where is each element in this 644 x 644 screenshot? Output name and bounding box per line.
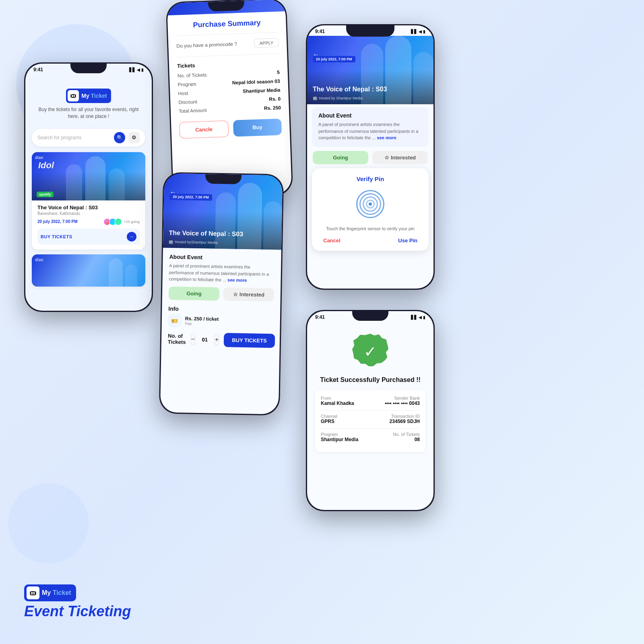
interested-button-4[interactable]: ☆ Interested xyxy=(372,151,428,164)
app-tagline: Buy the tickets for all your favorite ev… xyxy=(33,106,144,120)
event-title-1: The Voice of Nepal : S03 xyxy=(37,204,140,211)
brand-logo-icon: 🎟 xyxy=(27,586,39,599)
phone-purchase-summary: Purchase Summary Do you have a promocode… xyxy=(166,0,293,199)
see-more-3[interactable]: see more xyxy=(227,277,247,283)
buy-button[interactable]: Buy xyxy=(233,119,282,137)
info-section-3: Info 🎫 Rs. 250 / ticket Fair xyxy=(168,305,274,329)
tickets-value: 5 xyxy=(277,70,280,75)
transaction-label: Transaction ID xyxy=(390,414,420,419)
channel-value: GPRS xyxy=(321,419,337,424)
see-more-4[interactable]: see more xyxy=(377,135,396,140)
ps-title: Purchase Summary xyxy=(175,18,278,30)
spotify-badge: spotify xyxy=(37,192,54,197)
cancel-button[interactable]: Cancle xyxy=(179,120,229,138)
performers-3 xyxy=(215,182,283,250)
search-bar[interactable]: Search for programs 🔍 ⚙ xyxy=(32,129,145,147)
phone-verify-pin: 9:41 ▋▋ ◀ ▮ ← 20 july 2022, 7:00 PM The … xyxy=(306,24,435,290)
event-card-1: Idol spotify dian The Voice of Nepal : S… xyxy=(32,152,145,250)
arrow-icon: → xyxy=(127,232,136,242)
ps-promo-row: Do you have a promocode ? APPLY xyxy=(176,38,279,51)
from-value: Kamal Khadka xyxy=(321,400,354,406)
ps-row-tickets: No. of Tickets 5 xyxy=(178,70,280,79)
event-hero-4: ← 20 july 2022, 7:00 PM The Voice of Nep… xyxy=(307,36,433,104)
event-location-1: Baneshwor, Kathmandu xyxy=(37,211,140,216)
ps-actions: Cancle Buy xyxy=(179,119,282,139)
going-button-4[interactable]: Going xyxy=(313,151,368,164)
ps-row-program: Program Nepal Idol season 03 xyxy=(178,78,280,88)
card2-tag: dian xyxy=(35,258,43,262)
about-title-4: About Event xyxy=(318,112,422,119)
about-text-4: A panel of prominent artists examines th… xyxy=(318,121,422,141)
going-interested-row-3: Going ☆ Interested xyxy=(169,286,275,301)
success-program-label: Program xyxy=(321,432,358,437)
success-tickets-value: 08 xyxy=(393,437,420,442)
channel-text: dian xyxy=(35,155,43,160)
about-section-4: About Event A panel of prominent artists… xyxy=(312,107,429,147)
ps-row-total: Total Amount Rs. 250 xyxy=(179,105,281,114)
price-value-3: Rs. 250 / ticket xyxy=(185,316,219,322)
buy-tickets-button-1[interactable]: BUY TICKETS → xyxy=(37,229,140,245)
ticket-count-row-3: No. of Tickets − 01 + BUY TICKETS xyxy=(168,332,274,348)
brand-logo-row: 🎟 My Ticket xyxy=(24,584,131,601)
success-program-value: Shantipur Media xyxy=(321,437,358,442)
sender-bank-label: Sender Bank xyxy=(385,396,420,400)
event-date-1: 20 july 2022, 7:00 PM xyxy=(37,219,78,224)
use-pin-button[interactable]: Use Pin xyxy=(398,237,417,244)
event-hero-host-4: 🏢 Hosted by Shantipur Media xyxy=(313,96,363,100)
success-table: From Kamal Khadka Sender Bank •••• •••• … xyxy=(315,390,425,452)
event-hero-host-3: 🏢 Hosted byShantipur Media xyxy=(169,240,217,245)
avatars xyxy=(103,218,122,225)
price-row-3: 🎫 Rs. 250 / ticket Fair xyxy=(168,314,274,329)
going-button-3[interactable]: Going xyxy=(169,286,220,300)
interested-button-3[interactable]: ☆ Interested xyxy=(223,287,275,301)
event-image-2: dian xyxy=(32,254,145,287)
transaction-value: 234569 SDJH xyxy=(390,419,420,424)
ps-divider-2 xyxy=(177,54,279,58)
about-title-3: About Event xyxy=(169,254,275,262)
notch-2 xyxy=(208,1,245,12)
event-meta-1: 20 july 2022, 7:00 PM +25 going xyxy=(37,218,140,225)
sender-bank-value: •••• •••• •••• 0043 xyxy=(385,400,420,406)
host-value: Shantipur Media xyxy=(243,87,281,94)
ps-section-tickets: Tickets xyxy=(177,60,279,69)
program-label: Program xyxy=(178,81,196,88)
filter-icon[interactable]: ⚙ xyxy=(128,132,140,143)
success-tickets-label: No. of Tickets xyxy=(393,432,420,437)
total-value: Rs. 250 xyxy=(264,105,281,111)
search-placeholder: Search for programs xyxy=(37,135,111,140)
performer-2 xyxy=(109,258,137,287)
success-content: ✓ Ticket Successfully Purchased !! From … xyxy=(307,322,433,460)
ticket-count-label-3: No. of Tickets xyxy=(168,333,186,345)
ps-divider-1 xyxy=(176,32,278,36)
avatar-3 xyxy=(115,218,122,225)
verify-cancel-button[interactable]: Cancel xyxy=(323,237,341,244)
ticket-count-value-3: 01 xyxy=(200,336,210,343)
fingerprint-icon xyxy=(354,188,386,220)
discount-label: Discount xyxy=(178,99,197,105)
apply-button[interactable]: APPLY xyxy=(254,38,279,48)
event-details-1: The Voice of Nepal : S03 Baneshwor, Kath… xyxy=(32,200,145,250)
program-value: Nepal Idol season 03 xyxy=(232,78,280,86)
success-row-program: Program Shantipur Media No. of Tickets 0… xyxy=(321,432,420,442)
notch-4 xyxy=(346,25,394,37)
going-count: +25 going xyxy=(124,220,140,224)
plus-button-3[interactable]: + xyxy=(215,334,219,345)
ps-row-discount: Discount Rs. 0 xyxy=(178,96,281,105)
verify-pin-actions: Cancel Use Pin xyxy=(319,237,421,244)
event-hero-3: ← 20 july 2022, 7:00 PM The Voice of Nep… xyxy=(163,173,283,250)
buy-tickets-button-3[interactable]: BUY TICKETS xyxy=(224,333,275,348)
from-label: From xyxy=(321,396,354,400)
tickets-label: No. of Tickets xyxy=(178,72,207,79)
logo-text: My Ticket xyxy=(81,93,107,99)
success-seal: ✓ xyxy=(352,334,388,370)
price-type-3: Fair xyxy=(185,321,219,326)
verify-pin-description: Touch the fingerprint sensor to verify y… xyxy=(319,226,421,232)
phone-notch xyxy=(70,64,107,73)
search-icon[interactable]: 🔍 xyxy=(114,132,125,143)
event-hero-title-4: The Voice of Nepal : S03 xyxy=(313,86,387,93)
minus-button-3[interactable]: − xyxy=(190,334,195,345)
logo-icon: 🎟 xyxy=(68,90,79,101)
discount-value: Rs. 0 xyxy=(269,96,281,102)
ps-row-host: Host Shantipur Media xyxy=(178,87,280,97)
idol-text: Idol xyxy=(38,160,54,171)
